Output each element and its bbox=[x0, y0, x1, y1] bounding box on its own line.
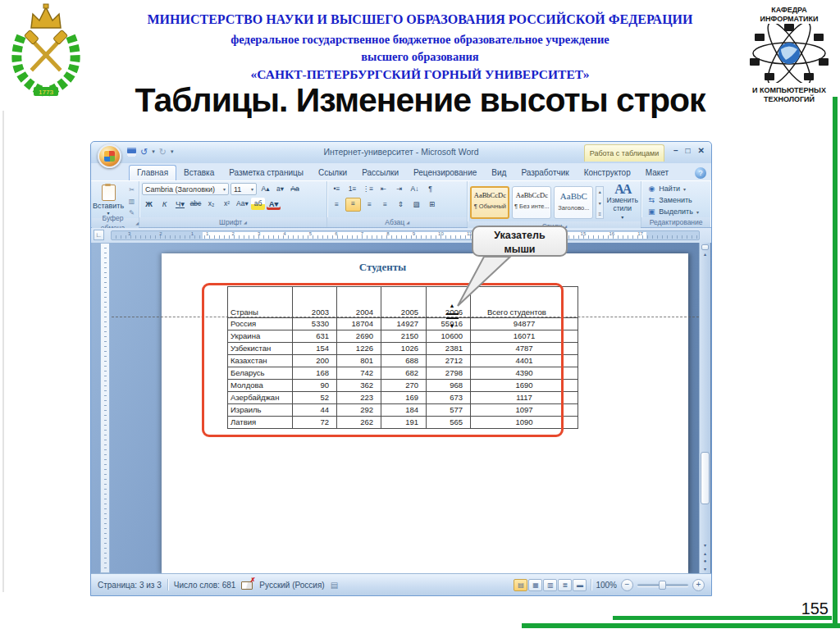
page-indicator[interactable]: Страница: 3 из 3 bbox=[98, 581, 162, 590]
style-gallery-scrollbar[interactable]: ▴ ▾ ≡ bbox=[596, 186, 604, 219]
replace-button[interactable]: ⇆ Заменить bbox=[644, 194, 708, 206]
ribbon-tabs: ГлавнаяВставкаРазметка страницыСсылкиРас… bbox=[91, 163, 711, 180]
bullets-icon[interactable]: •≡ bbox=[330, 183, 344, 195]
office-button[interactable] bbox=[98, 144, 121, 168]
ruler-toggle-button[interactable] bbox=[701, 244, 709, 250]
zoom-slider[interactable] bbox=[637, 584, 688, 586]
borders-icon[interactable]: ⊞ bbox=[425, 198, 439, 211]
view-outline-icon[interactable]: ≣ bbox=[558, 579, 572, 591]
style-normal[interactable]: AaBbCcDc ¶ Обычный bbox=[470, 186, 509, 219]
tab-page-layout[interactable]: Разметка страницы bbox=[221, 166, 311, 180]
redo-icon[interactable]: ↻ bbox=[159, 148, 167, 157]
save-icon[interactable] bbox=[127, 148, 136, 157]
find-button[interactable]: ◉ Найти ▾ bbox=[644, 183, 708, 194]
previous-page-icon[interactable]: ▴ bbox=[704, 550, 706, 556]
change-styles-button[interactable]: АА Изменить стили ▾ bbox=[606, 183, 638, 221]
language-indicator[interactable]: Русский (Россия) bbox=[259, 581, 324, 590]
undo-dropdown-icon[interactable]: ▾ bbox=[152, 148, 155, 155]
font-color-icon[interactable]: А▾ bbox=[267, 198, 281, 210]
vertical-ruler[interactable] bbox=[100, 243, 110, 573]
select-button[interactable]: ▣ Выделить ▾ bbox=[644, 206, 708, 217]
restore-button[interactable]: □ bbox=[686, 146, 691, 155]
dialog-launcher-icon[interactable]: ◢ bbox=[244, 217, 247, 227]
numbering-icon[interactable]: 1≡ bbox=[345, 183, 359, 195]
bold-icon[interactable]: Ж bbox=[142, 198, 156, 210]
grow-font-icon[interactable]: А▴ bbox=[258, 183, 272, 195]
copy-icon[interactable]: ▥ bbox=[126, 197, 138, 207]
minimize-button[interactable]: – bbox=[673, 146, 678, 155]
strikethrough-icon[interactable]: abc bbox=[189, 198, 203, 210]
title-bar[interactable]: ↺ ▾ ↻ ▾ Интернет-университет - Microsoft… bbox=[91, 142, 711, 163]
vertical-scrollbar[interactable]: ▴ ▾ ▴ ● ▾ bbox=[699, 243, 710, 573]
align-left-icon[interactable]: ≡ bbox=[330, 198, 344, 211]
tab-selector-button[interactable]: ∟ bbox=[94, 230, 104, 240]
font-name-combo[interactable]: Cambria (Заголовки)▾ bbox=[142, 183, 229, 195]
help-icon[interactable]: ? bbox=[695, 167, 706, 179]
word-window: ↺ ▾ ↻ ▾ Интернет-университет - Microsoft… bbox=[90, 141, 712, 596]
next-page-icon[interactable]: ▾ bbox=[704, 566, 706, 572]
tab-developer[interactable]: Разработчик bbox=[514, 166, 576, 180]
tab-review[interactable]: Рецензирование bbox=[406, 166, 484, 180]
sort-icon[interactable]: А↓ bbox=[408, 183, 422, 195]
tab-home[interactable]: Главная bbox=[129, 165, 176, 180]
dialog-launcher-icon[interactable]: ◢ bbox=[135, 218, 139, 228]
department-globe-icon bbox=[750, 24, 829, 83]
cut-icon[interactable]: ✂ bbox=[126, 185, 138, 195]
zoom-slider-thumb[interactable] bbox=[659, 581, 666, 590]
zoom-out-button[interactable]: − bbox=[621, 579, 633, 591]
zoom-level[interactable]: 100% bbox=[596, 581, 617, 590]
line-spacing-icon[interactable]: ⇕ bbox=[394, 198, 408, 211]
chevron-down-icon: ▾ bbox=[251, 186, 253, 192]
clear-formatting-icon[interactable]: Аа bbox=[288, 183, 302, 195]
tab-mailings[interactable]: Рассылки bbox=[354, 166, 406, 180]
tab-references[interactable]: Ссылки bbox=[311, 166, 354, 180]
zoom-in-button[interactable]: + bbox=[692, 579, 705, 591]
qat-overflow-icon[interactable]: ▾ bbox=[171, 148, 174, 155]
view-web-icon[interactable]: ▥ bbox=[543, 579, 557, 591]
subscript-icon[interactable]: х₂ bbox=[204, 198, 218, 210]
decrease-indent-icon[interactable]: ⇤ bbox=[377, 183, 390, 195]
justify-icon[interactable]: ≡ bbox=[378, 198, 392, 211]
word-count[interactable]: Число слов: 681 bbox=[174, 581, 236, 590]
callout-tail bbox=[450, 256, 525, 308]
multilevel-list-icon[interactable]: ⋮≡ bbox=[361, 183, 375, 195]
view-print-layout-icon[interactable]: ▤ bbox=[514, 579, 527, 591]
horizontal-ruler[interactable]: 321 1234567891011121314151617 bbox=[111, 230, 700, 240]
tab-insert[interactable]: Вставка bbox=[176, 166, 221, 180]
shading-icon[interactable]: ▨ bbox=[409, 198, 423, 211]
increase-indent-icon[interactable]: ⇥ bbox=[392, 183, 406, 195]
shrink-font-icon[interactable]: а▾ bbox=[273, 183, 287, 195]
styles-group: AaBbCcDc ¶ Обычный AaBbCcDc ¶ Без инте..… bbox=[468, 181, 641, 227]
font-size-combo[interactable]: 11▾ bbox=[231, 183, 257, 195]
scroll-up-icon[interactable]: ▴ bbox=[704, 252, 706, 257]
view-fullscreen-icon[interactable]: ▦ bbox=[528, 579, 542, 591]
view-draft-icon[interactable]: ▬ bbox=[573, 579, 587, 591]
pilcrow-icon[interactable]: ¶ bbox=[423, 183, 437, 195]
close-button[interactable]: ✕ bbox=[698, 146, 705, 155]
gallery-down-icon[interactable]: ▾ bbox=[599, 200, 601, 206]
tab-layout[interactable]: Макет bbox=[638, 166, 676, 180]
macro-record-icon[interactable]: ▤ bbox=[331, 581, 338, 590]
underline-icon[interactable]: Ч▾ bbox=[173, 198, 187, 210]
italic-icon[interactable]: К bbox=[158, 198, 171, 210]
mouse-pointer-callout: Указатель мыши bbox=[472, 226, 568, 257]
undo-icon[interactable]: ↺ bbox=[140, 148, 148, 157]
gallery-up-icon[interactable]: ▴ bbox=[599, 189, 601, 194]
align-right-icon[interactable]: ≡ bbox=[363, 198, 377, 211]
align-center-icon[interactable]: ≡ bbox=[345, 198, 361, 212]
separator bbox=[167, 579, 168, 590]
superscript-icon[interactable]: х² bbox=[220, 198, 234, 210]
style-heading1[interactable]: AaBbC Заголово... bbox=[554, 186, 593, 219]
select-browse-object-icon[interactable]: ● bbox=[704, 558, 707, 563]
scrollbar-thumb[interactable] bbox=[701, 452, 710, 504]
tab-design[interactable]: Конструктор bbox=[577, 166, 638, 180]
text-highlight-icon[interactable]: аб bbox=[251, 198, 265, 210]
change-case-icon[interactable]: Аа▾ bbox=[235, 198, 249, 210]
gallery-more-icon[interactable]: ≡ bbox=[598, 212, 601, 217]
style-no-spacing[interactable]: AaBbCcDc ¶ Без инте... bbox=[512, 186, 551, 219]
tab-view[interactable]: Вид bbox=[484, 166, 514, 180]
proofing-errors-icon[interactable]: ✗ bbox=[241, 580, 253, 590]
clipboard-group: Вставить ▾ ✂▥✎ Буфер обмена ◢ bbox=[92, 181, 139, 227]
scroll-down-icon[interactable]: ▾ bbox=[704, 542, 706, 548]
dialog-launcher-icon[interactable]: ◢ bbox=[406, 217, 409, 227]
